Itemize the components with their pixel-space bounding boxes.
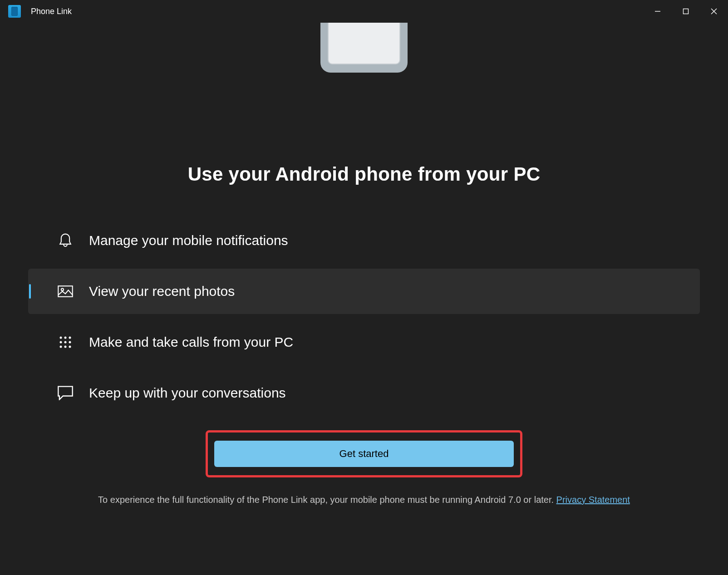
svg-rect-4 [58,286,72,297]
dialpad-icon [57,334,74,350]
feature-conversations[interactable]: Keep up with your conversations [28,370,700,416]
feature-label: Make and take calls from your PC [89,334,293,350]
svg-point-10 [64,341,67,344]
bell-icon [57,232,74,249]
get-started-button[interactable]: Get started [214,441,514,467]
feature-label: View your recent photos [89,284,235,299]
svg-point-7 [64,337,67,339]
feature-label: Manage your mobile notifications [89,233,288,248]
privacy-link[interactable]: Privacy Statement [556,495,630,505]
minimize-button[interactable] [644,2,672,21]
photo-icon [57,283,74,300]
page-heading: Use your Android phone from your PC [188,163,541,185]
svg-point-13 [64,346,67,348]
titlebar: Phone Link [0,0,728,23]
titlebar-left: Phone Link [8,5,72,18]
svg-point-14 [69,346,71,348]
svg-point-5 [61,288,64,290]
svg-rect-1 [684,9,689,14]
feature-notifications[interactable]: Manage your mobile notifications [28,218,700,263]
main-content: Use your Android phone from your PC Mana… [0,73,728,505]
chat-icon [57,385,74,401]
app-title: Phone Link [31,7,72,16]
feature-label: Keep up with your conversations [89,385,286,401]
svg-point-11 [69,341,71,344]
feature-list: Manage your mobile notifications View yo… [28,218,700,421]
hero-illustration [0,23,728,73]
footer-text: To experience the full functionality of … [98,495,556,505]
svg-point-9 [60,341,62,344]
svg-point-6 [60,337,62,339]
app-icon [8,5,21,18]
close-button[interactable] [700,2,728,21]
feature-photos[interactable]: View your recent photos [28,269,700,314]
feature-calls[interactable]: Make and take calls from your PC [28,319,700,365]
maximize-button[interactable] [672,2,700,21]
window-controls [644,2,728,21]
svg-point-12 [60,346,62,348]
footer-note: To experience the full functionality of … [98,495,630,505]
cta-highlight: Get started [206,430,522,477]
svg-point-8 [69,337,71,339]
